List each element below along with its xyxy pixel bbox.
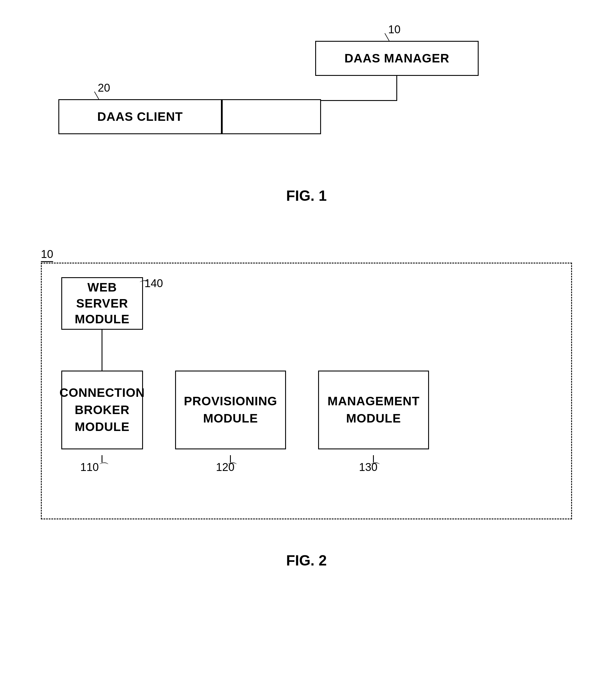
fig1-title: FIG. 1 xyxy=(286,187,327,204)
ref-10-label: 10 xyxy=(388,23,400,36)
daas-manager-box: DAAS MANAGER xyxy=(315,41,478,76)
ref-110-angle: ⌒ xyxy=(97,460,107,475)
daas-client-box: DAAS CLIENT xyxy=(58,99,222,134)
ref-140-tick: ⌒ xyxy=(137,278,148,293)
page: 10 DAAS MANAGER 20 DAAS CLIENT FIG. 1 xyxy=(0,0,612,700)
ref-110-label: 110 xyxy=(80,461,99,474)
fig2-container: 10 WEB SERVERMODULE 140 ⌒ CONNECTIONBROK… xyxy=(29,248,584,569)
fig2-title: FIG. 2 xyxy=(286,552,327,569)
provisioning-module-box: PROVISIONINGMODULE xyxy=(175,370,286,449)
fig2-wsm-cbm-line xyxy=(101,330,102,372)
fig1-container: 10 DAAS MANAGER 20 DAAS CLIENT FIG. 1 xyxy=(29,17,584,207)
fig1-connector-box xyxy=(222,99,321,134)
connection-broker-module-box: CONNECTIONBROKERMODULE xyxy=(61,370,143,449)
fig1-horizontal-line xyxy=(320,100,397,101)
ref-130-angle: ⌒ xyxy=(368,460,379,475)
ref-120-angle: ⌒ xyxy=(225,460,236,475)
fig1-vertical-line xyxy=(396,76,397,101)
ref-20-label: 20 xyxy=(98,82,110,94)
web-server-module-box: WEB SERVERMODULE xyxy=(61,277,143,330)
management-module-box: MANAGEMENTMODULE xyxy=(318,370,429,449)
fig2-ref-10: 10 xyxy=(41,248,53,262)
